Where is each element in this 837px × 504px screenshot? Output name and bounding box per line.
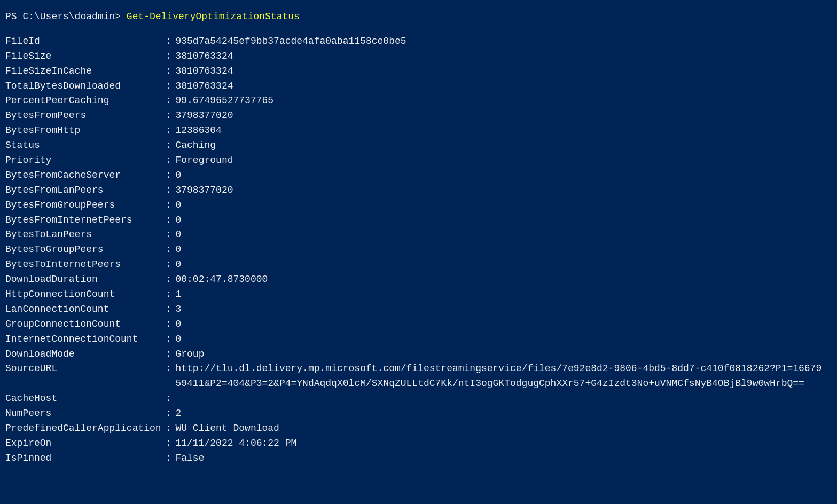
row-sep: : (161, 168, 176, 183)
row-value: 0 (175, 198, 824, 213)
table-row: PercentPeerCaching:99.67496527737765 (5, 93, 824, 108)
row-value: WU Client Download (175, 421, 824, 436)
row-sep: : (161, 49, 176, 64)
command: Get-DeliveryOptimizationStatus (127, 11, 300, 22)
row-key: BytesToGroupPeers (5, 242, 161, 257)
table-row: BytesToLanPeers:0 (5, 227, 824, 242)
row-key: GroupConnectionCount (5, 317, 161, 332)
table-row: DownloadDuration:00:02:47.8730000 (5, 272, 824, 287)
row-value: 0 (175, 227, 824, 242)
table-row: BytesFromCacheServer:0 (5, 168, 824, 183)
output-table: FileId:935d7a54245ef9bb37acde4afa0aba115… (5, 34, 824, 466)
table-row: Status:Caching (5, 138, 824, 153)
table-row: GroupConnectionCount:0 (5, 317, 824, 332)
row-key: InternetConnectionCount (5, 332, 161, 347)
row-value: 99.67496527737765 (175, 93, 824, 108)
table-row: DownloadMode:Group (5, 347, 824, 362)
table-row: NumPeers:2 (5, 406, 824, 421)
row-sep: : (161, 451, 176, 466)
row-value: 3798377020 (175, 183, 824, 198)
row-value: False (175, 451, 824, 466)
row-sep: : (161, 347, 176, 362)
table-row: IsPinned:False (5, 451, 824, 466)
table-row: SourceURL:http://tlu.dl.delivery.mp.micr… (5, 361, 824, 391)
row-value: 11/11/2022 4:06:22 PM (175, 436, 824, 451)
row-key: FileId (5, 34, 161, 49)
row-key: Priority (5, 153, 161, 168)
row-value: 3810763324 (175, 79, 824, 94)
row-sep: : (161, 436, 176, 451)
row-key: ExpireOn (5, 436, 161, 451)
row-sep: : (161, 198, 176, 213)
table-row: FileSizeInCache:3810763324 (5, 64, 824, 79)
row-key: FileSizeInCache (5, 64, 161, 79)
row-key: FileSize (5, 49, 161, 64)
row-key: DownloadMode (5, 347, 161, 362)
table-row: PredefinedCallerApplication:WU Client Do… (5, 421, 824, 436)
table-row: TotalBytesDownloaded:3810763324 (5, 79, 824, 94)
row-sep: : (161, 332, 176, 347)
row-key: CacheHost (5, 391, 161, 406)
row-value: 0 (175, 317, 824, 332)
row-sep: : (161, 421, 176, 436)
table-row: CacheHost: (5, 391, 824, 406)
row-sep: : (161, 213, 176, 228)
row-key: IsPinned (5, 451, 161, 466)
row-value: 00:02:47.8730000 (175, 272, 824, 287)
table-row: InternetConnectionCount:0 (5, 332, 824, 347)
row-key: BytesFromCacheServer (5, 168, 161, 183)
row-sep: : (161, 302, 176, 317)
row-key: BytesFromPeers (5, 108, 161, 123)
row-value: 12386304 (175, 123, 824, 138)
table-row: BytesToInternetPeers:0 (5, 257, 824, 272)
row-value: 3 (175, 302, 824, 317)
row-value: 0 (175, 242, 824, 257)
row-value: 0 (175, 257, 824, 272)
row-value: 3798377020 (175, 108, 824, 123)
table-row: BytesFromLanPeers:3798377020 (5, 183, 824, 198)
row-key: HttpConnectionCount (5, 287, 161, 302)
table-row: HttpConnectionCount:1 (5, 287, 824, 302)
row-key: BytesFromHttp (5, 123, 161, 138)
row-sep: : (161, 93, 176, 108)
row-sep: : (161, 227, 176, 242)
table-row: BytesToGroupPeers:0 (5, 242, 824, 257)
prompt: PS C:\Users\doadmin> (5, 11, 127, 22)
row-key: TotalBytesDownloaded (5, 79, 161, 94)
table-row: FileId:935d7a54245ef9bb37acde4afa0aba115… (5, 34, 824, 49)
row-key: BytesFromGroupPeers (5, 198, 161, 213)
table-row: BytesFromHttp:12386304 (5, 123, 824, 138)
row-key: BytesFromLanPeers (5, 183, 161, 198)
table-row: FileSize:3810763324 (5, 49, 824, 64)
row-value: Foreground (175, 153, 824, 168)
row-value: 0 (175, 332, 824, 347)
row-sep: : (161, 34, 176, 49)
row-sep: : (161, 406, 176, 421)
row-sep: : (161, 153, 176, 168)
table-row: BytesFromPeers:3798377020 (5, 108, 824, 123)
row-sep: : (161, 272, 176, 287)
row-sep: : (161, 257, 176, 272)
row-key: BytesToLanPeers (5, 227, 161, 242)
row-value: 0 (175, 213, 824, 228)
row-sep: : (161, 108, 176, 123)
row-value: http://tlu.dl.delivery.mp.microsoft.com/… (175, 361, 824, 391)
row-sep: : (161, 391, 176, 406)
command-line: PS C:\Users\doadmin> Get-DeliveryOptimiz… (5, 10, 824, 25)
row-value: 1 (175, 287, 824, 302)
row-value: 935d7a54245ef9bb37acde4afa0aba1158ce0be5 (175, 34, 824, 49)
row-value: Group (175, 347, 824, 362)
row-value: 0 (175, 168, 824, 183)
row-sep: : (161, 64, 176, 79)
row-key: SourceURL (5, 361, 161, 391)
row-value: 2 (175, 406, 824, 421)
row-key: Status (5, 138, 161, 153)
row-sep: : (161, 123, 176, 138)
table-row: ExpireOn:11/11/2022 4:06:22 PM (5, 436, 824, 451)
row-sep: : (161, 317, 176, 332)
row-value: 3810763324 (175, 64, 824, 79)
row-sep: : (161, 242, 176, 257)
row-sep: : (161, 138, 176, 153)
row-sep: : (161, 361, 176, 391)
table-row: BytesFromInternetPeers:0 (5, 213, 824, 228)
